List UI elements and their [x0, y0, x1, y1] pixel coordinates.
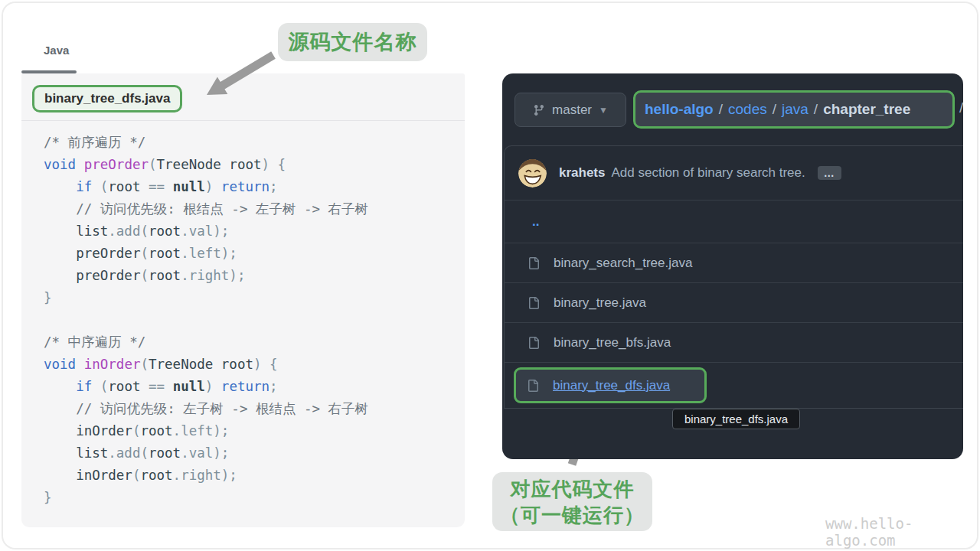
- code-line: [44, 309, 368, 331]
- code-panel: binary_tree_dfs.java /* 前序遍历 */void preO…: [21, 73, 465, 527]
- parent-directory-link[interactable]: ..: [532, 214, 539, 230]
- file-row[interactable]: binary_search_tree.java: [505, 243, 963, 282]
- breadcrumb-separator: /: [814, 101, 818, 118]
- file-icon: [527, 380, 539, 392]
- breadcrumb-separator: /: [719, 101, 723, 118]
- breadcrumb-codes[interactable]: codes: [728, 101, 767, 118]
- filename-row: binary_tree_dfs.java: [21, 73, 465, 121]
- branch-name: master: [552, 103, 592, 118]
- code-line: /* 中序遍历 */: [44, 331, 368, 354]
- code-line: preOrder(root.left);: [44, 243, 368, 265]
- code-line: list.add(root.val);: [44, 220, 368, 243]
- file-icon: [528, 337, 540, 349]
- code-line: // 访问优先级: 根结点 -> 左子树 -> 右子树: [44, 198, 368, 220]
- code-line: if (root == null) return;: [44, 176, 368, 198]
- code-line: }: [44, 487, 368, 509]
- code-line: preOrder(root.right);: [44, 265, 368, 287]
- file-icon: [528, 297, 540, 309]
- breadcrumb: hello-algo / codes / java / chapter_tree: [633, 90, 955, 129]
- breadcrumb-java[interactable]: java: [782, 101, 808, 118]
- annotation-code-file-label: 对应代码文件 （可一键运行）: [492, 472, 652, 531]
- annotation-top-text: 源码文件名称: [289, 28, 417, 56]
- commit-author[interactable]: krahets: [559, 165, 605, 181]
- file-icon: [528, 257, 540, 269]
- highlighted-file-row[interactable]: binary_tree_dfs.java: [505, 362, 963, 408]
- code-line: list.add(root.val);: [44, 442, 368, 465]
- branch-selector[interactable]: master ▼: [514, 93, 626, 127]
- highlighted-file-link[interactable]: binary_tree_dfs.java: [553, 378, 670, 393]
- filename-chip: binary_tree_dfs.java: [32, 85, 182, 112]
- parent-directory-row[interactable]: ..: [505, 200, 963, 243]
- tab-java[interactable]: Java: [44, 44, 69, 57]
- latest-commit-row: krahets Add section of binary search tre…: [505, 146, 963, 200]
- file-name[interactable]: binary_tree.java: [554, 295, 646, 311]
- avatar[interactable]: [518, 159, 547, 187]
- breadcrumb-current-dir: chapter_tree: [823, 101, 910, 118]
- commit-message[interactable]: Add section of binary search tree.: [611, 165, 805, 181]
- file-row[interactable]: binary_tree_bfs.java: [505, 322, 963, 362]
- code-block: /* 前序遍历 */void preOrder(TreeNode root) {…: [44, 132, 368, 509]
- code-line: void preOrder(TreeNode root) {: [44, 154, 368, 176]
- code-line: inOrder(root.right);: [44, 465, 368, 487]
- commit-more-button[interactable]: …: [818, 166, 841, 180]
- breadcrumb-trailing-slash: /: [959, 99, 963, 116]
- code-line: }: [44, 287, 368, 309]
- file-browser-card: krahets Add section of binary search tre…: [504, 145, 963, 409]
- watermark: www.hello-algo.com: [825, 515, 980, 549]
- annotation-source-filename-label: 源码文件名称: [278, 23, 427, 61]
- annotation-bottom-line2: （可一键运行）: [500, 502, 645, 528]
- breadcrumb-repo[interactable]: hello-algo: [645, 101, 714, 118]
- code-line: // 访问优先级: 左子树 -> 根结点 -> 右子树: [44, 398, 368, 420]
- file-name[interactable]: binary_tree_bfs.java: [554, 335, 671, 350]
- git-branch-icon: [533, 104, 545, 116]
- code-line: /* 前序遍历 */: [44, 132, 368, 154]
- screenshot-root: Java binary_tree_dfs.java /* 前序遍历 */void…: [0, 0, 980, 551]
- file-name[interactable]: binary_search_tree.java: [554, 256, 692, 271]
- code-line: if (root == null) return;: [44, 376, 368, 398]
- github-panel: master ▼ hello-algo / codes / java / cha…: [502, 73, 963, 459]
- annotation-bottom-line1: 对应代码文件: [511, 476, 635, 502]
- breadcrumb-separator: /: [773, 101, 776, 118]
- highlighted-file-box[interactable]: binary_tree_dfs.java: [514, 367, 707, 403]
- file-row[interactable]: binary_tree.java: [505, 282, 963, 322]
- tooltip: binary_tree_dfs.java: [672, 409, 800, 429]
- code-line: void inOrder(TreeNode root) {: [44, 354, 368, 376]
- chevron-down-icon: ▼: [599, 105, 608, 116]
- code-line: inOrder(root.left);: [44, 420, 368, 442]
